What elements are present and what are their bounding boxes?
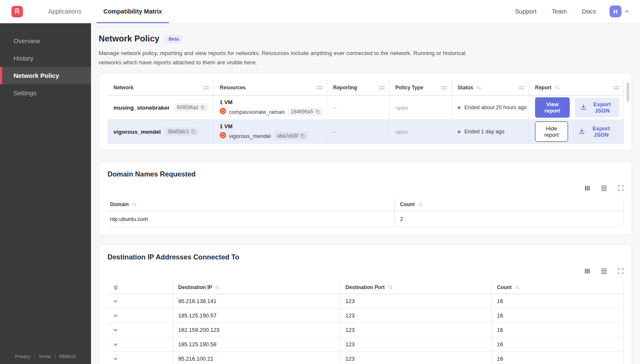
sidebar-item-overview[interactable]: Overview — [0, 32, 91, 50]
copy-icon[interactable] — [300, 133, 305, 138]
column-header-destination-port[interactable]: Destination Port — [340, 281, 491, 294]
sort-icon[interactable] — [476, 85, 482, 90]
ip-row[interactable]: 95.216.100.21 123 16 — [108, 352, 624, 364]
columns-icon[interactable] — [584, 268, 590, 274]
count-cell: 16 — [491, 309, 624, 323]
sort-icon[interactable] — [554, 85, 560, 90]
sort-icon[interactable] — [388, 285, 393, 290]
row-expander-icon[interactable] — [108, 352, 173, 364]
row-density-icon[interactable] — [601, 185, 607, 191]
sort-icon[interactable] — [215, 285, 221, 290]
resources-cell: 1 VM compassionate_raman 184696a5 — [214, 96, 327, 119]
column-header-count[interactable]: Count — [394, 198, 624, 211]
row-density-icon[interactable] — [601, 268, 607, 274]
table-toolbar — [108, 268, 624, 274]
status-cell: Ended about 20 hours ago — [452, 96, 529, 119]
vm-count: 1 VM — [220, 123, 232, 130]
sort-icon[interactable] — [418, 202, 423, 207]
network-row[interactable]: musing_stonebraker 60959fad 1 VM — [108, 96, 624, 120]
count-cell: 16 — [491, 294, 624, 308]
domain-row[interactable]: ntp.ubuntu.com 2 — [108, 211, 624, 227]
sort-icon[interactable] — [515, 285, 520, 290]
networks-card: Network Resources Reporting Policy Type … — [99, 73, 632, 150]
column-header-report[interactable]: Report — [529, 80, 624, 95]
column-label: Network — [113, 85, 133, 91]
row-expander-icon[interactable] — [108, 294, 173, 308]
column-resize-handle[interactable] — [519, 86, 524, 89]
column-header-domain[interactable]: Domain — [108, 198, 394, 211]
column-header-reporting[interactable]: Reporting — [327, 80, 389, 95]
column-header-destination-ip[interactable]: Destination IP — [173, 281, 340, 294]
column-header-count[interactable]: Count — [491, 281, 624, 294]
fullscreen-icon[interactable] — [618, 185, 624, 191]
column-resize-handle[interactable] — [613, 86, 619, 89]
avatar[interactable]: H — [610, 6, 621, 17]
column-resize-handle[interactable] — [379, 86, 385, 89]
ip-row[interactable]: 162.159.200.123 123 16 — [108, 323, 624, 337]
ubuntu-icon — [220, 108, 226, 116]
column-label: Reporting — [333, 85, 357, 91]
ips-table-header: Destination IP Destination Port Count — [108, 281, 624, 294]
app-logo[interactable]: R — [11, 6, 23, 17]
sidebar-item-network-policy[interactable]: Network Policy — [0, 67, 91, 84]
expand-all-icon[interactable] — [108, 281, 173, 294]
column-header-resources[interactable]: Resources — [214, 80, 327, 95]
main-content: Network Policy Beta Manage network polic… — [91, 23, 640, 364]
copy-icon[interactable] — [191, 129, 196, 134]
tab-applications[interactable]: Applications — [43, 0, 86, 23]
row-expander-icon[interactable] — [108, 337, 173, 351]
ip-row[interactable]: 185.125.190.57 123 16 — [108, 309, 624, 323]
hide-report-button[interactable]: Hide report — [535, 121, 568, 142]
sidebar: Overview History Network Policy Settings… — [0, 23, 91, 364]
column-resize-handle[interactable] — [203, 86, 209, 89]
ip-row[interactable]: 95.216.138.141 123 16 — [108, 294, 624, 309]
reporting-cell: – — [327, 120, 389, 143]
ip-cell: 95.216.100.21 — [173, 352, 340, 364]
page-description: Manage network policy, reporting and vie… — [99, 49, 473, 67]
ips-card: Destination IP Addresses Connected To De… — [99, 244, 632, 364]
table-scrollbar[interactable] — [626, 83, 629, 102]
table-toolbar — [108, 185, 624, 191]
page-title: Network Policy — [99, 34, 159, 44]
row-expander-icon[interactable] — [108, 323, 173, 337]
link-docs[interactable]: Docs — [582, 8, 596, 15]
network-row[interactable]: vigorous_mendel 5bdf3dc1 1 VM vig — [108, 120, 624, 144]
column-label: Count — [400, 201, 415, 207]
tab-compatibility-matrix[interactable]: Compatibility Matrix — [98, 0, 167, 23]
column-label: Report — [535, 85, 552, 91]
column-label: Status — [458, 85, 473, 91]
link-team[interactable]: Team — [552, 8, 566, 15]
resource-name: vigorous_mendel — [229, 133, 271, 139]
ip-cell: 185.125.190.57 — [173, 309, 340, 323]
column-header-status[interactable]: Status — [452, 80, 529, 95]
column-label: Domain — [110, 201, 129, 207]
sort-icon[interactable] — [132, 202, 137, 207]
column-label: Policy Type — [395, 85, 423, 91]
column-label: Destination IP — [178, 284, 212, 290]
ip-row[interactable]: 185.125.190.58 123 16 — [108, 337, 624, 352]
count-cell: 16 — [491, 337, 624, 351]
copy-icon[interactable] — [200, 105, 205, 110]
column-resize-handle[interactable] — [441, 86, 447, 89]
column-header-network[interactable]: Network — [108, 80, 214, 95]
terms-link[interactable]: Terms — [35, 354, 55, 359]
export-json-button[interactable]: Export JSON — [573, 122, 619, 141]
fullscreen-icon[interactable] — [618, 268, 624, 274]
columns-icon[interactable] — [584, 185, 590, 191]
resource-id-pill: aba2dd3f — [274, 132, 308, 140]
copy-icon[interactable] — [315, 109, 320, 114]
column-resize-handle[interactable] — [317, 86, 323, 89]
privacy-link[interactable]: Privacy — [11, 354, 34, 359]
port-cell: 123 — [340, 294, 491, 308]
link-support[interactable]: Support — [515, 8, 537, 15]
sidebar-item-settings[interactable]: Settings — [0, 84, 91, 102]
user-menu[interactable]: H — [610, 6, 630, 17]
export-json-label: Export JSON — [589, 125, 614, 138]
column-header-policy-type[interactable]: Policy Type — [389, 80, 452, 95]
sidebar-item-history[interactable]: History — [0, 50, 91, 67]
export-json-button[interactable]: Export JSON — [575, 98, 619, 117]
count-cell: 2 — [394, 211, 624, 227]
row-expander-icon[interactable] — [108, 309, 173, 323]
view-report-button[interactable]: View report — [535, 97, 570, 118]
port-cell: 123 — [340, 337, 491, 351]
